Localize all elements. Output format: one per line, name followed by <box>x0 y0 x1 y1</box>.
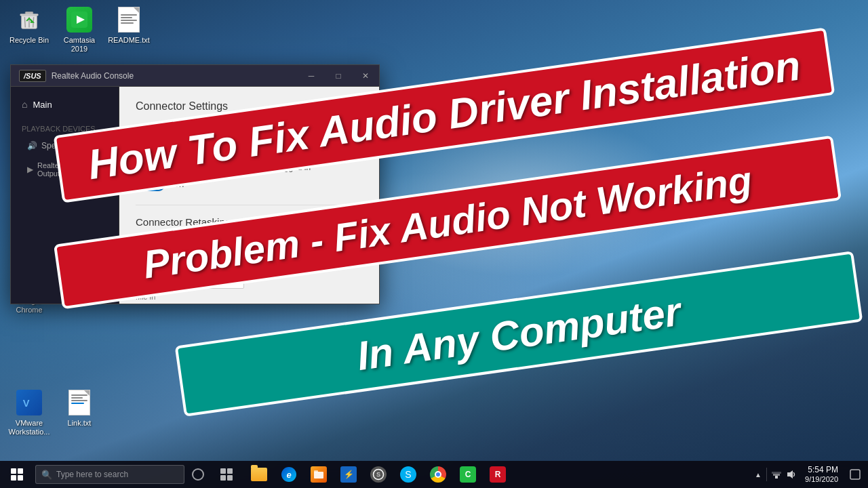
chevron-down-icon: ▾ <box>234 276 238 285</box>
file-manager-icon <box>311 466 327 483</box>
svg-text:S: S <box>376 471 380 478</box>
maximize-button[interactable]: □ <box>325 65 352 87</box>
search-placeholder-text: Type here to search <box>56 470 128 479</box>
app6-icon: S <box>370 466 387 483</box>
disable-popup-toggle[interactable] <box>136 137 165 152</box>
desktop-icon-recycle-bin[interactable]: Recycle Bin <box>5 3 53 47</box>
digital-output-label: Realtek Digital Output <box>37 161 108 178</box>
close-button[interactable]: ✕ <box>352 65 379 87</box>
sidebar-device-speakers[interactable]: 🔊 Speakers <box>11 136 119 156</box>
link-icon-graphic <box>68 390 90 415</box>
speakers-label: Speakers <box>41 141 76 150</box>
jack-detection-toggle[interactable] <box>136 176 165 191</box>
sidebar-playback-section: Playback Devices <box>11 117 119 136</box>
line-in-label: Line In <box>136 262 363 270</box>
clock-date: 9/19/2020 <box>805 475 838 484</box>
camtasia-icon-graphic <box>66 7 92 33</box>
desktop-icon-vmware[interactable]: V VMware Workstatio... <box>5 386 53 439</box>
task-view-button[interactable] <box>212 461 241 488</box>
taskbar-apps: e ⚡ S <box>241 461 753 488</box>
svg-rect-7 <box>227 468 233 474</box>
desktop-icon-readme[interactable]: README.txt <box>105 3 153 47</box>
show-hidden-icons-button[interactable]: ▲ <box>753 461 764 488</box>
toggle-off-label: Off <box>172 140 184 150</box>
app5-icon: ⚡ <box>340 466 357 483</box>
sidebar-panel: ⌂ Main Playback Devices 🔊 Speakers ▶ Rea… <box>11 87 119 304</box>
camtasia-taskbar-icon: C <box>460 466 476 483</box>
svg-rect-14 <box>775 476 778 479</box>
minimize-button[interactable]: ─ <box>298 65 325 87</box>
svg-rect-9 <box>227 475 233 481</box>
connector-settings-title: Connector Settings <box>136 100 363 113</box>
sidebar-device-digital-output[interactable]: ▶ Realtek Digital Output <box>11 156 119 183</box>
asus-logo: /SUS <box>19 70 46 82</box>
tray-separator <box>766 468 767 481</box>
svg-rect-16 <box>772 472 781 474</box>
window-title-text: Realtek Audio Console <box>52 71 134 81</box>
disable-popup-label: Disable front panel popup dialog <box>136 123 363 133</box>
home-icon: ⌂ <box>22 99 27 110</box>
skype-icon: S <box>400 466 416 483</box>
speaker-icon: 🔊 <box>27 141 37 150</box>
system-clock[interactable]: 5:54 PM 9/19/2020 <box>800 461 844 488</box>
taskbar-app-5[interactable]: ⚡ <box>334 461 363 488</box>
file-explorer-icon <box>251 468 267 481</box>
link-txt-label: Link.txt <box>68 419 92 428</box>
cortana-button[interactable] <box>184 461 212 488</box>
search-bar[interactable]: 🔍 Type here to search <box>35 465 184 484</box>
edge-icon: e <box>281 467 296 482</box>
taskbar-app-edge[interactable]: e <box>274 461 304 488</box>
window-titlebar: /SUS Realtek Audio Console ─ □ ✕ <box>11 65 379 87</box>
digital-output-icon: ▶ <box>27 165 33 174</box>
notification-center-button[interactable] <box>845 461 865 488</box>
content-panel: Connector Settings Disable front panel p… <box>119 87 379 304</box>
chrome-taskbar-icon <box>430 466 446 483</box>
windows-logo-icon <box>11 468 23 481</box>
taskbar-app-skype[interactable]: S <box>393 461 423 488</box>
tray-icon-volume[interactable] <box>785 461 798 488</box>
start-button[interactable] <box>0 461 34 488</box>
red-app-icon: R <box>490 466 506 483</box>
sidebar-item-main[interactable]: ⌂ Main <box>11 92 119 117</box>
toggle-knob-off <box>137 138 149 150</box>
toggle-on-label: On <box>172 179 184 189</box>
tray-icon-network[interactable] <box>770 461 783 488</box>
dropdown-value: Front Speaker Out <box>142 276 209 285</box>
back-panel-label: Back Panel <box>136 248 363 258</box>
vmware-label: VMware Workstatio... <box>8 419 50 436</box>
taskbar-app-6[interactable]: S <box>363 461 393 488</box>
taskbar-app-chrome[interactable] <box>423 461 453 488</box>
task-view-icon <box>220 468 233 481</box>
taskbar-app-camtasia[interactable]: C <box>453 461 483 488</box>
taskbar-app-red[interactable]: R <box>483 461 513 488</box>
svg-marker-17 <box>787 470 793 479</box>
svg-rect-18 <box>850 470 860 479</box>
desktop: Recycle Bin Camtasia 2019 <box>0 0 868 488</box>
svg-rect-6 <box>220 468 226 474</box>
taskbar: 🔍 Type here to search e <box>0 461 868 488</box>
search-icon: 🔍 <box>41 470 52 480</box>
disable-popup-row: Disable front panel popup dialog Off <box>136 123 363 152</box>
desktop-icon-camtasia[interactable]: Camtasia 2019 <box>56 3 103 56</box>
analog-label: ANALOG <box>136 236 363 245</box>
desktop-icon-link-txt[interactable]: Link.txt <box>56 386 103 430</box>
svg-rect-2 <box>20 14 39 16</box>
line-in-dropdown[interactable]: Front Speaker Out ▾ <box>136 272 244 289</box>
jack-detection-row: Enable Jack detection when device is plu… <box>136 163 363 191</box>
jack-detection-label: Enable Jack detection when device is plu… <box>136 163 363 172</box>
mic-in-label: Mic In <box>136 293 363 301</box>
system-tray: ▲ 5:54 PM 9/19/2020 <box>753 461 868 488</box>
realtek-audio-console-window: /SUS Realtek Audio Console ─ □ ✕ ⌂ Main … <box>10 64 380 304</box>
cortana-icon <box>192 468 204 481</box>
taskbar-app-file-explorer[interactable] <box>244 461 274 488</box>
sidebar-main-label: Main <box>33 100 52 110</box>
clock-time: 5:54 PM <box>808 465 838 474</box>
recycle-bin-label: Recycle Bin <box>9 36 49 45</box>
readme-icon-graphic <box>118 7 140 33</box>
svg-rect-8 <box>220 475 226 481</box>
toggle-knob-on <box>152 178 164 190</box>
taskbar-app-file-manager[interactable] <box>304 461 334 488</box>
svg-rect-11 <box>314 470 318 472</box>
svg-rect-10 <box>314 472 323 479</box>
camtasia-label: Camtasia 2019 <box>58 36 100 54</box>
